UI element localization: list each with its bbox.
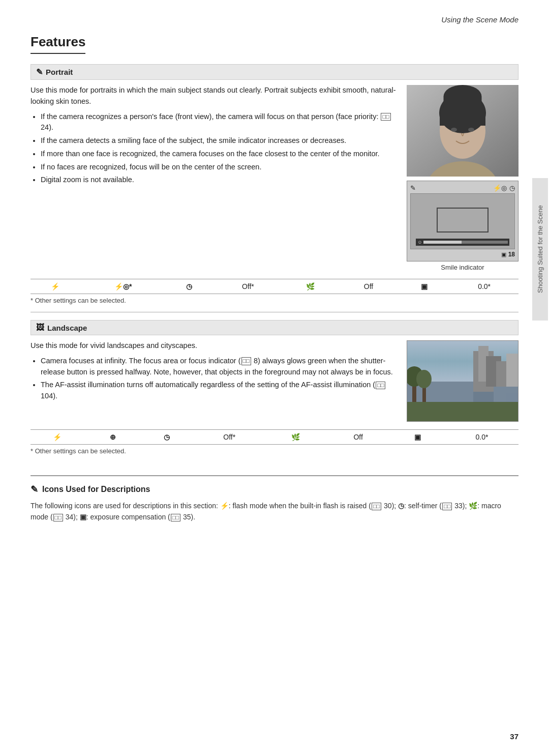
svg-rect-10 — [407, 402, 518, 422]
focus-box — [437, 208, 489, 232]
landscape-bullet-2: The AF-assist illumination turns off aut… — [41, 380, 396, 402]
ls-exp-icon: ▣ — [390, 430, 445, 445]
page-header: Using the Scene Mode — [0, 0, 549, 29]
ls-exp-val: 0.0* — [445, 430, 518, 445]
portrait-heading: Portrait — [46, 68, 73, 76]
page-title: Features — [30, 34, 85, 54]
landscape-image-col — [407, 340, 518, 422]
landscape-settings-note: * Other settings can be selected. — [30, 447, 518, 455]
landscape-settings-table: ⚡ ⊕ ◷ Off* 🌿 Off ▣ 0.0* — [30, 429, 518, 445]
portrait-settings-row: ⚡ ⚡◎* ◷ Off* 🌿 Off ▣ 0.0* — [30, 279, 518, 294]
portrait-bullet-2: If the camera detects a smiling face of … — [41, 135, 396, 147]
camera-bottom-icons: ▣ 18 — [410, 251, 515, 258]
ps-flash-mode: ⚡◎* — [82, 279, 164, 294]
ls-timer: ◷ — [140, 430, 194, 445]
icons-description: The following icons are used for descrip… — [30, 500, 518, 523]
portrait-settings-table: ⚡ ⚡◎* ◷ Off* 🌿 Off ▣ 0.0* — [30, 279, 518, 294]
svg-rect-5 — [440, 110, 485, 126]
svg-point-7 — [468, 128, 474, 132]
portrait-section-header: ✎ Portrait — [30, 64, 518, 80]
icons-section: ✎ Icons Used for Descriptions The follow… — [30, 475, 518, 523]
landscape-bullet-list: Camera focuses at infinity. The focus ar… — [41, 356, 396, 402]
section-divider-1 — [30, 312, 518, 312]
smile-bar-indicator — [423, 241, 461, 244]
camera-right-icons: ⚡◎ ◷ — [493, 184, 515, 192]
memory-icon: ▣ — [501, 251, 506, 258]
portrait-settings-note: * Other settings can be selected. — [30, 297, 518, 304]
landscape-section-header: 🖼 Landscape — [30, 320, 518, 335]
side-text-container: Shooting Suited for the Scene — [531, 178, 549, 321]
smile-bar-fill — [423, 241, 507, 244]
landscape-body: Use this mode for vivid landscapes and c… — [30, 340, 396, 352]
portrait-mode-icon: ✎ — [410, 184, 416, 192]
viewfinder: ☺ — [410, 193, 515, 249]
smile-bar: ☺ — [416, 239, 509, 246]
camera-top-icons: ✎ ⚡◎ ◷ — [410, 184, 515, 192]
landscape-photo — [407, 340, 518, 422]
portrait-bullet-1: If the camera recognizes a person's face… — [41, 111, 396, 134]
smile-face-icon: ☺ — [417, 240, 422, 245]
main-content: Features ✎ Portrait Use this mode for po… — [0, 29, 549, 543]
portrait-text-col: Use this mode for portraits in which the… — [30, 85, 396, 271]
portrait-photo — [407, 85, 518, 177]
ls-flash: ⚡ — [30, 430, 86, 445]
portrait-bullet-3: If more than one face is recognized, the… — [41, 149, 396, 160]
pencil-icon: ✎ — [30, 484, 38, 495]
landscape-bullet-1: Camera focuses at infinity. The focus ar… — [41, 356, 396, 378]
landscape-two-col: Use this mode for vivid landscapes and c… — [30, 340, 518, 422]
ps-exp-icon: ▣ — [398, 279, 450, 294]
ps-exp-val: 0.0* — [450, 279, 518, 294]
icons-section-heading: Icons Used for Descriptions — [42, 485, 150, 494]
portrait-icon: ✎ — [36, 67, 43, 77]
ps-timer: ◷ — [164, 279, 215, 294]
ls-macro: 🌿 — [265, 430, 327, 445]
landscape-icon: 🖼 — [36, 323, 44, 332]
svg-point-6 — [451, 128, 457, 132]
ps-off1: Off* — [215, 279, 282, 294]
svg-rect-20 — [473, 392, 494, 402]
ls-off1: Off* — [194, 430, 265, 445]
flash-icon-cam: ⚡◎ — [493, 184, 507, 192]
portrait-bullet-5: Digital zoom is not available. — [41, 175, 396, 186]
timer-icon-cam: ◷ — [509, 184, 515, 192]
landscape-settings-row: ⚡ ⊕ ◷ Off* 🌿 Off ▣ 0.0* — [30, 430, 518, 445]
ps-macro: 🌿 — [282, 279, 339, 294]
landscape-text-col: Use this mode for vivid landscapes and c… — [30, 340, 396, 422]
icons-section-header: ✎ Icons Used for Descriptions — [30, 484, 518, 495]
svg-rect-15 — [506, 354, 518, 387]
svg-point-19 — [416, 370, 432, 388]
portrait-body: Use this mode for portraits in which the… — [30, 85, 396, 107]
ps-flash: ⚡ — [30, 279, 82, 294]
ls-circle: ⊕ — [86, 430, 140, 445]
ps-off2: Off — [339, 279, 399, 294]
ls-off2: Off — [326, 430, 390, 445]
page-number: 37 — [510, 732, 518, 741]
svg-rect-21 — [506, 393, 518, 402]
portrait-bullet-4: If no faces are recognized, focus will b… — [41, 162, 396, 173]
portrait-section: ✎ Portrait Use this mode for portraits i… — [30, 64, 518, 304]
side-text: Shooting Suited for the Scene — [532, 178, 548, 321]
landscape-heading: Landscape — [47, 324, 87, 332]
landscape-section: 🖼 Landscape Use this mode for vivid land… — [30, 320, 518, 455]
smile-indicator-label: Smile indicator — [407, 264, 518, 271]
camera-screen: ✎ ⚡◎ ◷ ☺ — [407, 181, 518, 261]
portrait-image-col: ✎ ⚡◎ ◷ ☺ — [407, 85, 518, 271]
header-title: Using the Scene Mode — [441, 15, 518, 24]
frame-count: 18 — [508, 251, 515, 258]
portrait-two-col: Use this mode for portraits in which the… — [30, 85, 518, 271]
portrait-bullet-list: If the camera recognizes a person's face… — [41, 111, 396, 186]
